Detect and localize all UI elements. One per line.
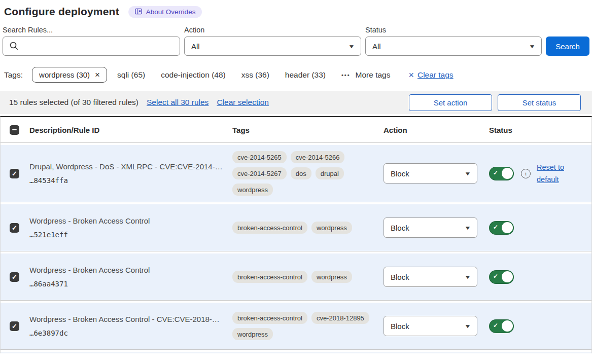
row-action-value: Block [391,169,409,178]
info-icon[interactable]: i [521,169,531,178]
chevron-down-icon: ▼ [464,323,471,329]
rule-id: …84534ffa [29,176,225,185]
check-icon: ✓ [12,323,17,330]
close-icon: × [408,70,414,80]
row-action-select[interactable]: Block ▼ [384,163,477,184]
tag-pill: wordpress [311,271,352,283]
check-icon: ✓ [12,225,17,231]
check-icon: ✓ [12,170,17,177]
set-status-button[interactable]: Set status [498,94,581,111]
status-toggle[interactable]: ✓ [489,221,514,235]
tag-option-header[interactable]: header (33) [285,70,326,80]
clear-tags-label: Clear tags [417,70,454,80]
selected-tag-wordpress[interactable]: wordpress (30) × [32,67,107,83]
check-icon: ✓ [12,274,17,280]
column-header-action: Action [384,126,485,134]
about-overrides-badge[interactable]: About Overrides [128,6,202,18]
rule-description: Drupal, Wordpress - DoS - XMLRPC - CVE:C… [29,162,225,171]
rules-table: Description/Rule ID Tags Action Status ✓… [0,116,592,353]
search-rules-filter: Search Rules... [3,26,180,56]
tag-pill: wordpress [311,222,352,234]
row-action-value: Block [391,224,409,232]
chevron-down-icon: ▼ [464,274,471,280]
action-label: Action [184,26,361,34]
select-all-checkbox[interactable] [10,125,19,135]
rule-description: Wordpress - Broken Access Control [29,266,225,274]
status-select[interactable]: All ▼ [365,37,542,56]
toggle-knob [502,222,513,233]
tag-pill: wordpress [232,328,273,340]
row-checkbox[interactable]: ✓ [10,169,19,178]
table-row: ✓ Wordpress - Broken Access Control - CV… [1,303,591,350]
check-icon: ✓ [493,322,498,329]
action-filter: Action All ▼ [184,26,361,56]
indeterminate-icon [12,129,17,131]
tag-pill: broken-access-control [232,271,307,283]
toggle-knob [502,168,513,179]
more-tags-button[interactable]: ••• More tags [341,70,390,80]
tag-pill: cve-2014-5266 [291,151,345,163]
tag-pill: cve-2014-5265 [232,151,287,163]
tag-pill: cve-2014-5267 [232,167,287,179]
clear-selection-link[interactable]: Clear selection [217,98,269,107]
tag-pill: dos [291,167,311,179]
status-toggle[interactable]: ✓ [489,167,514,180]
search-rules-input[interactable] [3,37,180,56]
next-row-sliver [1,352,591,353]
tag-option-code-injection[interactable]: code-injection (48) [161,70,226,80]
table-row: ✓ Wordpress - Broken Access Control …86a… [1,253,591,301]
rule-id: …86aa4371 [29,280,225,288]
check-icon: ✓ [493,273,498,280]
tag-pill: broken-access-control [232,312,307,324]
tags-bar: Tags: wordpress (30) × sqli (65) code-in… [0,56,592,83]
row-action-select[interactable]: Block ▼ [384,267,477,287]
tag-option-sqli[interactable]: sqli (65) [117,70,145,80]
tags-label: Tags: [4,70,23,80]
table-header-row: Description/Rule ID Tags Action Status [1,117,591,143]
select-all-rules-link[interactable]: Select all 30 rules [147,98,208,107]
status-toggle[interactable]: ✓ [489,270,514,284]
column-header-tags: Tags [231,126,384,134]
rule-tags: broken-access-controlwordpress [231,222,384,234]
tag-option-xss[interactable]: xss (36) [241,70,269,80]
tag-pill: drupal [316,167,344,179]
row-checkbox[interactable]: ✓ [10,272,19,282]
status-toggle[interactable]: ✓ [489,319,514,333]
search-icon [9,41,19,53]
book-icon [135,8,143,15]
rule-id: …521e1eff [29,231,225,239]
chevron-down-icon: ▼ [348,44,355,49]
row-checkbox[interactable]: ✓ [10,321,19,331]
filter-bar: Search Rules... Action All ▼ Status All … [0,18,592,56]
check-icon: ✓ [493,224,498,231]
rule-description: Wordpress - Broken Access Control [29,216,225,225]
rule-description: Wordpress - Broken Access Control - CVE:… [29,315,225,323]
row-action-select[interactable]: Block ▼ [384,316,477,336]
selection-summary: 15 rules selected (of 30 filtered rules) [9,98,138,107]
chevron-down-icon: ▼ [464,225,471,231]
row-action-value: Block [391,273,409,281]
selected-tag-label: wordpress (30) [39,70,90,79]
row-action-select[interactable]: Block ▼ [384,217,477,238]
search-button[interactable]: Search [546,37,589,56]
action-select[interactable]: All ▼ [184,37,361,56]
search-rules-label: Search Rules... [3,26,180,34]
row-checkbox[interactable]: ✓ [10,223,19,233]
table-row: ✓ Wordpress - Broken Access Control …521… [1,204,591,251]
rule-id: …6e3897dc [29,329,225,337]
rule-tags: broken-access-controlwordpress [231,271,384,283]
reset-to-default-link[interactable]: Reset to default [537,161,568,186]
table-row: ✓ Drupal, Wordpress - DoS - XMLRPC - CVE… [1,145,591,202]
rule-tags: broken-access-controlcve-2018-12895wordp… [231,312,384,340]
tag-pill: cve-2018-12895 [311,312,369,324]
status-select-value: All [372,42,381,51]
page-title: Configure deployment [4,6,119,18]
chevron-down-icon: ▼ [529,44,536,49]
more-tags-label: More tags [356,70,391,80]
set-action-button[interactable]: Set action [409,94,492,111]
toggle-knob [502,320,513,332]
check-icon: ✓ [493,169,498,176]
action-select-value: All [191,42,200,51]
clear-tags-link[interactable]: × Clear tags [408,70,453,80]
remove-tag-icon[interactable]: × [95,70,100,79]
